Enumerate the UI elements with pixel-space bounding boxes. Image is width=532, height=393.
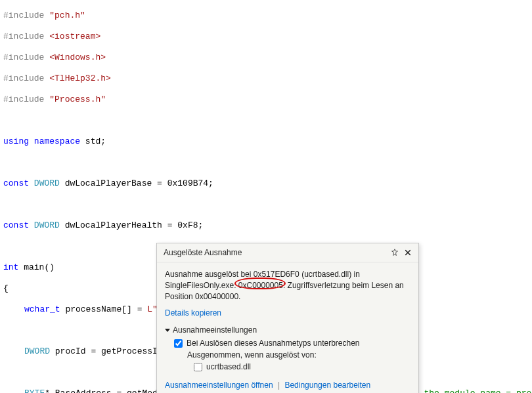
- type-token: DWORD: [24, 346, 50, 356]
- keyword-token: wchar_t: [24, 304, 60, 314]
- break-on-exception-checkbox[interactable]: [174, 339, 183, 348]
- keyword-token: const: [3, 220, 29, 230]
- preproc-token: #include: [3, 31, 44, 41]
- preproc-token: #include: [3, 73, 44, 83]
- settings-header[interactable]: Ausnahmeeinstellungen: [165, 325, 410, 335]
- tooltip-body: Ausnahme ausgelöst bei 0x517ED6F0 (ucrtb…: [157, 262, 418, 305]
- break-on-exception-row: Bei Auslösen dieses Ausnahmetyps unterbr…: [165, 338, 410, 348]
- code-line: #include "Process.h": [0, 94, 532, 105]
- exception-message: Ausnahme ausgelöst bei 0x517ED6F0 (ucrtb…: [165, 270, 404, 301]
- code-text: processName[] =: [60, 304, 148, 314]
- pin-icon[interactable]: [389, 247, 400, 258]
- code-text: {: [3, 283, 9, 293]
- expand-triangle-icon: [165, 329, 170, 332]
- keyword-token: namespace: [34, 136, 80, 146]
- exclude-module-row: ucrtbased.dll: [165, 362, 410, 372]
- code-line: [0, 157, 532, 168]
- code-line: #include <iostream>: [0, 31, 532, 42]
- code-line: [0, 199, 532, 210]
- string-token: "pch.h": [49, 10, 85, 20]
- type-token: BYTE: [24, 388, 45, 393]
- preproc-token: #include: [3, 10, 44, 20]
- code-text: std;: [80, 136, 106, 146]
- code-text: dwLocalPlayerHealth = 0xF8;: [60, 220, 203, 230]
- keyword-token: const: [3, 178, 29, 188]
- angle-include: <iostream>: [49, 31, 100, 41]
- tooltip-footer: Ausnahmeeinstellungen öffnen | Bedingung…: [157, 380, 418, 393]
- settings-label: Ausnahmeeinstellungen: [173, 325, 257, 335]
- checkbox-label: ucrtbased.dll: [206, 362, 251, 372]
- code-line: using namespace std;: [0, 136, 532, 147]
- angle-include: <Windows.h>: [49, 52, 106, 62]
- string-token: "Process.h": [49, 94, 106, 104]
- code-line: const DWORD dwLocalPlayerHealth = 0xF8;: [0, 220, 532, 231]
- close-icon[interactable]: [403, 247, 413, 258]
- code-line: #include "pch.h": [0, 10, 532, 21]
- keyword-token: int: [3, 262, 18, 272]
- preproc-token: #include: [3, 52, 44, 62]
- exception-tooltip: Ausgelöste Ausnahme Ausnahme ausgelöst b…: [156, 243, 419, 393]
- edit-conditions-link[interactable]: Bedingungen bearbeiten: [284, 381, 370, 390]
- code-line: const DWORD dwLocalPlayerBase = 0x109B74…: [0, 178, 532, 189]
- preproc-token: #include: [3, 94, 44, 104]
- copy-details-link[interactable]: Details kopieren: [165, 308, 221, 318]
- tooltip-actions: [389, 247, 413, 258]
- tooltip-title: Ausgelöste Ausnahme: [164, 247, 242, 258]
- type-token: DWORD: [34, 220, 60, 230]
- tooltip-header: Ausgelöste Ausnahme: [157, 243, 418, 262]
- type-token: DWORD: [34, 178, 60, 188]
- code-line: #include <TlHelp32.h>: [0, 73, 532, 84]
- angle-include: <TlHelp32.h>: [49, 73, 111, 83]
- checkbox-label: Bei Auslösen dieses Ausnahmetyps unterbr…: [187, 338, 360, 348]
- code-line: #include <Windows.h>: [0, 52, 532, 63]
- exception-settings: Ausnahmeeinstellungen Bei Auslösen diese…: [157, 325, 418, 380]
- excluded-label: Ausgenommen, wenn ausgelöst von:: [165, 350, 410, 360]
- exclude-module-checkbox[interactable]: [194, 363, 202, 371]
- code-text: dwLocalPlayerBase = 0x109B74;: [60, 178, 213, 188]
- separator: |: [278, 381, 280, 390]
- code-line: [0, 115, 532, 126]
- keyword-token: using: [3, 136, 29, 146]
- tooltip-links: Details kopieren: [157, 305, 418, 325]
- open-settings-link[interactable]: Ausnahmeeinstellungen öffnen: [165, 381, 273, 390]
- code-text: main(): [18, 262, 55, 272]
